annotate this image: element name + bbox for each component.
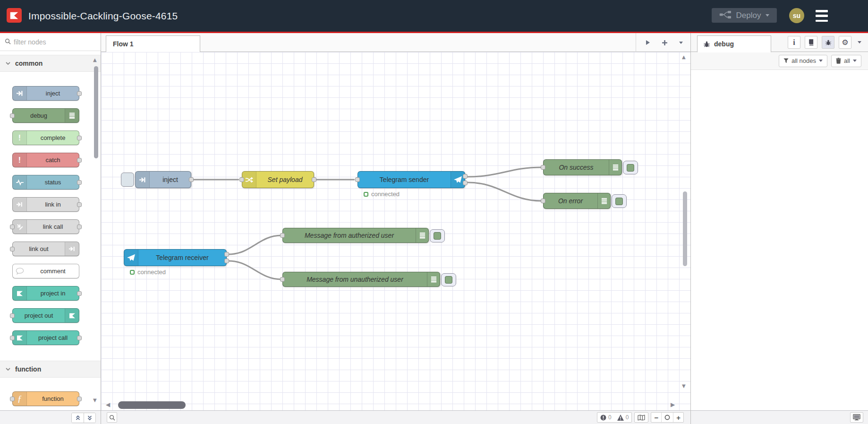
- deploy-button[interactable]: Deploy: [712, 8, 777, 23]
- output-port-1[interactable]: [463, 174, 468, 179]
- output-port-2[interactable]: [463, 181, 468, 185]
- palette-category-common[interactable]: common: [0, 55, 101, 72]
- palette-node-label: catch: [27, 153, 79, 167]
- flow-node-inject[interactable]: inject: [135, 171, 191, 188]
- debug-toggle-button[interactable]: [441, 273, 456, 286]
- canvas-hscrollbar-thumb[interactable]: [118, 401, 186, 409]
- debug-tab-button[interactable]: [822, 36, 834, 49]
- palette-search-input[interactable]: [14, 38, 85, 46]
- expand-all-categories-button[interactable]: [84, 413, 95, 423]
- palette-scrollbar-thumb[interactable]: [94, 66, 98, 158]
- collapse-all-categories-button[interactable]: [72, 413, 84, 423]
- palette-node-complete[interactable]: ! complete: [12, 130, 79, 145]
- wire[interactable]: [229, 261, 281, 279]
- tab-flow-1[interactable]: Flow 1: [106, 35, 200, 52]
- palette-category-function[interactable]: function: [0, 361, 101, 378]
- debug-message-list[interactable]: [691, 70, 868, 410]
- debug-toggle-button[interactable]: [612, 194, 627, 208]
- output-port[interactable]: [77, 136, 82, 140]
- wire[interactable]: [468, 182, 541, 201]
- input-port[interactable]: [10, 225, 15, 229]
- scroll-up-icon[interactable]: ▲: [93, 58, 97, 62]
- config-tab-button[interactable]: ⚙: [839, 36, 851, 49]
- canvas-vscrollbar-thumb[interactable]: [683, 191, 687, 266]
- output-port-1[interactable]: [224, 252, 229, 257]
- palette-node-status[interactable]: status: [12, 175, 79, 190]
- palette-node-link-call[interactable]: link call: [12, 219, 79, 234]
- input-port[interactable]: [10, 336, 15, 340]
- output-port[interactable]: [189, 177, 194, 182]
- debug-filter-button[interactable]: all nodes: [779, 55, 827, 67]
- palette-node-comment[interactable]: comment: [12, 264, 79, 278]
- error-count[interactable]: 0: [597, 413, 614, 422]
- scroll-up-icon[interactable]: ▲: [682, 55, 686, 60]
- input-port[interactable]: [10, 313, 15, 318]
- input-port[interactable]: [541, 199, 545, 203]
- palette-node-project-out[interactable]: project out: [12, 308, 79, 323]
- scroll-right-icon[interactable]: ▶: [671, 402, 675, 407]
- output-port[interactable]: [77, 336, 82, 340]
- flow-node-telegram-receiver[interactable]: Telegram receiver connected: [124, 249, 227, 266]
- help-tab-button[interactable]: [805, 36, 817, 49]
- input-port[interactable]: [239, 177, 244, 182]
- next-tab-icon[interactable]: [646, 40, 650, 45]
- flow-node-message-authorized[interactable]: Message from autherized user: [282, 228, 429, 243]
- scroll-down-icon[interactable]: ▼: [93, 398, 97, 403]
- palette-node-catch[interactable]: ! catch: [12, 153, 79, 167]
- palette-node-function[interactable]: ƒ function: [12, 391, 79, 406]
- output-port[interactable]: [312, 177, 316, 182]
- user-avatar[interactable]: su: [789, 8, 804, 23]
- wire[interactable]: [229, 235, 281, 254]
- warning-count[interactable]: 0: [614, 413, 632, 422]
- inject-trigger-button[interactable]: [121, 173, 134, 187]
- palette-node-inject[interactable]: inject: [12, 86, 79, 101]
- input-port[interactable]: [10, 113, 15, 118]
- flow-canvas[interactable]: inject Set payload Telegram sender: [101, 52, 690, 410]
- output-port[interactable]: [77, 397, 82, 401]
- input-port[interactable]: [10, 397, 15, 401]
- input-port[interactable]: [280, 277, 285, 282]
- input-port[interactable]: [10, 247, 15, 251]
- main-menu-button[interactable]: [816, 10, 828, 22]
- palette-node-link-out[interactable]: link out: [12, 242, 79, 256]
- add-flow-icon[interactable]: [662, 40, 668, 46]
- flow-node-telegram-sender[interactable]: Telegram sender connected: [357, 171, 465, 188]
- flow-list-chevron-icon[interactable]: [679, 42, 683, 44]
- minimap-toggle[interactable]: [634, 412, 648, 423]
- output-port[interactable]: [77, 91, 82, 96]
- flow-node-message-unauthorized[interactable]: Message from unautherized user: [282, 272, 440, 287]
- zoom-in-button[interactable]: +: [673, 413, 683, 422]
- tab-debug[interactable]: debug: [697, 35, 771, 52]
- wire[interactable]: [468, 167, 541, 177]
- output-port-2[interactable]: [224, 259, 229, 263]
- scroll-left-icon[interactable]: ◀: [106, 402, 110, 407]
- output-port[interactable]: [77, 291, 82, 296]
- palette-node-debug[interactable]: debug: [12, 108, 79, 123]
- output-port[interactable]: [77, 180, 82, 185]
- palette-node-link-in[interactable]: link in: [12, 197, 79, 212]
- output-port[interactable]: [77, 202, 82, 207]
- palette-node-project-call[interactable]: project call: [12, 330, 79, 345]
- scroll-down-icon[interactable]: ▼: [682, 384, 686, 389]
- sidebar-options-chevron-icon[interactable]: [858, 41, 861, 43]
- flow-node-on-error[interactable]: On error: [543, 193, 611, 209]
- output-port[interactable]: [77, 225, 82, 229]
- output-port[interactable]: [77, 158, 82, 163]
- input-port[interactable]: [280, 233, 285, 238]
- info-tab-button[interactable]: i: [788, 36, 800, 49]
- debug-clear-button[interactable]: all: [831, 55, 861, 67]
- deploy-options-chevron-icon[interactable]: [766, 14, 769, 17]
- palette-search[interactable]: [0, 33, 101, 51]
- palette-node-label: link call: [27, 220, 79, 234]
- input-port[interactable]: [355, 177, 360, 182]
- canvas-search-button[interactable]: [107, 412, 117, 423]
- zoom-out-button[interactable]: −: [651, 413, 661, 422]
- flow-node-on-success[interactable]: On success: [543, 159, 622, 175]
- zoom-reset-button[interactable]: [661, 413, 673, 422]
- input-port[interactable]: [541, 165, 545, 170]
- open-debug-window-button[interactable]: [850, 412, 863, 423]
- palette-node-project-in[interactable]: project in: [12, 286, 79, 301]
- debug-toggle-button[interactable]: [623, 161, 638, 174]
- debug-toggle-button[interactable]: [430, 229, 445, 242]
- flow-node-set-payload[interactable]: Set payload: [242, 171, 314, 188]
